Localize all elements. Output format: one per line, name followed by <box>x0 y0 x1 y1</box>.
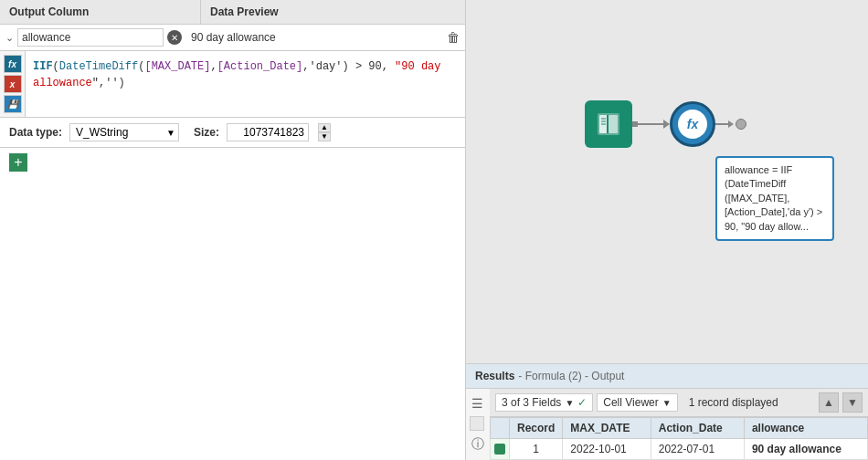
formula-area: fx x 💾 IIF(DateTimeDiff([MAX_DATE],[Acti… <box>0 51 465 118</box>
add-field-button[interactable]: + <box>9 153 27 172</box>
fields-selector-button[interactable]: 3 of 3 Fields ▼ ✓ <box>495 393 593 412</box>
fields-dropdown-icon: ▼ <box>565 398 574 408</box>
results-header: Results - Formula (2) - Output <box>466 364 868 389</box>
results-panel: Results - Formula (2) - Output ☰ ⓘ 3 of … <box>466 363 868 460</box>
datatype-select-wrapper: V_WString String WString Int32 Double Da… <box>69 123 179 141</box>
datatype-row: Data type: V_WString String WString Int3… <box>0 118 465 148</box>
list-icon[interactable]: ☰ <box>470 394 486 413</box>
formula-node-container: fx allowance = IIF (DateTimeDiff ([MAX_D… <box>670 101 715 147</box>
max-date-header[interactable]: MAX_DATE <box>563 418 651 439</box>
right-panel: fx allowance = IIF (DateTimeDiff ([MAX_D… <box>466 0 868 460</box>
max-date-cell: 2022-10-01 <box>563 439 651 460</box>
node-tooltip: allowance = IIF (DateTimeDiff ([MAX_DATE… <box>715 156 834 241</box>
allowance-cell: 90 day allowance <box>744 439 867 460</box>
delete-row-button[interactable]: 🗑 <box>447 30 460 45</box>
node-formula[interactable]: fx <box>670 101 715 147</box>
allowance-header[interactable]: allowance <box>744 418 867 439</box>
node-book[interactable] <box>585 100 632 148</box>
size-input[interactable] <box>227 123 309 141</box>
x-icon[interactable]: x <box>4 75 22 93</box>
data-preview-header: Data Preview <box>201 0 465 24</box>
connector-2 <box>715 120 734 128</box>
formula-text[interactable]: IIF(DateTimeDiff([MAX_DATE],[Action_Date… <box>26 51 465 117</box>
action-date-cell: 2022-07-01 <box>651 439 744 460</box>
svg-rect-2 <box>609 115 618 133</box>
table-header-row: Record MAX_DATE Action_Date allowance <box>491 418 868 439</box>
viewer-dropdown-icon: ▼ <box>662 398 672 408</box>
row-number: 1 <box>510 439 563 460</box>
results-table: Record MAX_DATE Action_Date allowance <box>490 417 868 460</box>
spin-down-button[interactable]: ▼ <box>318 132 331 141</box>
workflow: fx allowance = IIF (DateTimeDiff ([MAX_D… <box>585 100 746 148</box>
connector-1 <box>632 120 670 129</box>
size-spinner: ▲ ▼ <box>318 123 331 141</box>
left-panel: Output Column Data Preview ⌄ ✕ 90 day al… <box>0 0 466 460</box>
side-icons: ☰ ⓘ <box>466 389 490 460</box>
output-row: ⌄ ✕ 90 day allowance 🗑 <box>0 25 465 51</box>
datatype-select[interactable]: V_WString String WString Int32 Double Da… <box>69 123 179 141</box>
output-dot <box>736 119 746 130</box>
fields-count: 3 of 3 Fields <box>502 396 561 409</box>
formula-node-fx: fx <box>687 117 698 131</box>
row-indicator <box>494 444 505 455</box>
info-icon[interactable]: ⓘ <box>470 434 486 455</box>
preview-value: 90 day allowance <box>185 29 447 46</box>
add-row: + <box>0 148 465 177</box>
results-content: ☰ ⓘ 3 of 3 Fields ▼ ✓ Cell Viewer <box>466 389 868 460</box>
size-label: Size: <box>194 126 219 139</box>
results-toolbar: 3 of 3 Fields ▼ ✓ Cell Viewer ▼ 1 record… <box>490 389 868 417</box>
chevron-icon[interactable]: ⌄ <box>5 32 14 44</box>
table-row: 1 2022-10-01 2022-07-01 90 day allowance <box>491 439 868 460</box>
book-icon <box>594 110 623 139</box>
results-table-container: Record MAX_DATE Action_Date allowance <box>490 417 868 460</box>
panel-header: Output Column Data Preview <box>0 0 465 25</box>
record-info: 1 record displayed <box>682 394 786 411</box>
indicator-header <box>491 418 510 439</box>
results-subtitle: - Formula (2) - Output <box>518 370 624 382</box>
output-column-header: Output Column <box>0 0 201 24</box>
formula-icons: fx x 💾 <box>0 51 26 117</box>
output-field-input[interactable] <box>17 28 164 47</box>
nav-down-button[interactable]: ▼ <box>842 392 863 413</box>
save-icon[interactable]: 💾 <box>4 95 22 113</box>
clear-field-button[interactable]: ✕ <box>167 30 182 45</box>
spin-up-button[interactable]: ▲ <box>318 123 331 132</box>
formula-node-inner: fx <box>678 110 707 139</box>
table-container: 3 of 3 Fields ▼ ✓ Cell Viewer ▼ 1 record… <box>490 389 868 460</box>
datatype-label: Data type: <box>9 126 62 139</box>
record-header[interactable]: Record <box>510 418 563 439</box>
checkbox-icon[interactable] <box>470 416 484 431</box>
canvas-area: fx allowance = IIF (DateTimeDiff ([MAX_D… <box>466 0 868 363</box>
action-date-header[interactable]: Action_Date <box>651 418 744 439</box>
check-icon: ✓ <box>577 396 587 409</box>
tooltip-text: allowance = IIF (DateTimeDiff ([MAX_DATE… <box>725 164 822 232</box>
viewer-label: Cell Viewer <box>603 396 658 409</box>
fx-icon[interactable]: fx <box>4 55 22 73</box>
cell-viewer-button[interactable]: Cell Viewer ▼ <box>597 393 677 412</box>
results-title: Results <box>475 370 514 382</box>
nav-up-button[interactable]: ▲ <box>819 392 839 413</box>
